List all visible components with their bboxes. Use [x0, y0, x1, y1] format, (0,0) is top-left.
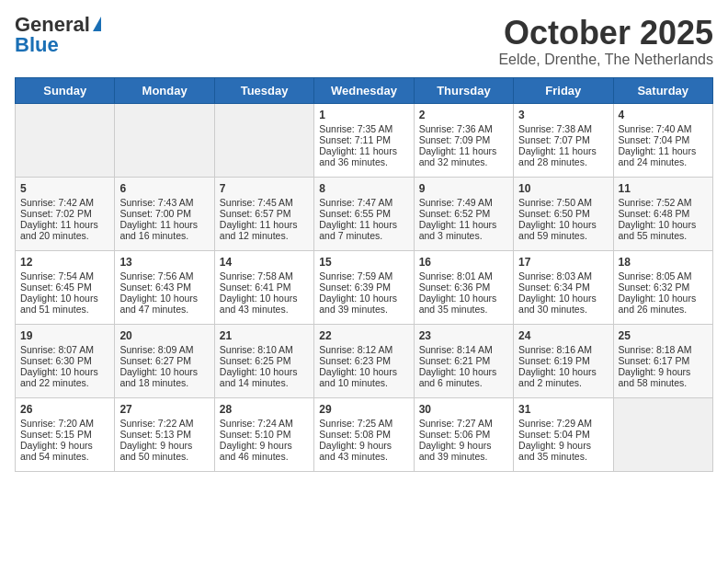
- daylight: Daylight: 11 hours and 7 minutes.: [319, 219, 408, 241]
- sunset: Sunset: 5:08 PM: [319, 429, 408, 440]
- day-number: 25: [619, 329, 708, 342]
- day-number: 15: [319, 256, 408, 269]
- calendar-cell: 8Sunrise: 7:47 AMSunset: 6:55 PMDaylight…: [314, 177, 414, 250]
- sunrise: Sunrise: 8:09 AM: [119, 344, 209, 355]
- daylight: Daylight: 10 hours and 10 minutes.: [319, 366, 408, 388]
- daylight: Daylight: 9 hours and 35 minutes.: [518, 440, 608, 462]
- sunrise: Sunrise: 7:20 AM: [20, 418, 109, 429]
- daylight: Daylight: 10 hours and 43 minutes.: [220, 293, 309, 315]
- day-header: Friday: [514, 77, 613, 103]
- calendar-cell: 6Sunrise: 7:43 AMSunset: 7:00 PMDaylight…: [115, 177, 214, 250]
- day-number: 10: [518, 182, 608, 195]
- sunrise: Sunrise: 8:12 AM: [319, 344, 408, 355]
- sunset: Sunset: 6:50 PM: [518, 208, 608, 219]
- day-header: Sunday: [16, 77, 115, 103]
- daylight: Daylight: 9 hours and 58 minutes.: [619, 366, 708, 388]
- sunset: Sunset: 7:02 PM: [20, 208, 109, 219]
- calendar-cell: 9Sunrise: 7:49 AMSunset: 6:52 PMDaylight…: [414, 177, 513, 250]
- sunset: Sunset: 6:52 PM: [419, 208, 508, 219]
- calendar-cell: 30Sunrise: 7:27 AMSunset: 5:06 PMDayligh…: [414, 397, 513, 471]
- day-number: 23: [419, 329, 508, 342]
- sunset: Sunset: 6:36 PM: [419, 282, 508, 293]
- sunset: Sunset: 5:10 PM: [220, 429, 309, 440]
- sunset: Sunset: 6:39 PM: [319, 282, 408, 293]
- sunrise: Sunrise: 7:49 AM: [419, 197, 508, 208]
- day-number: 6: [119, 182, 209, 195]
- sunset: Sunset: 6:27 PM: [119, 355, 209, 366]
- day-number: 22: [319, 329, 408, 342]
- title-block: October 2025 Eelde, Drenthe, The Netherl…: [498, 15, 713, 68]
- daylight: Daylight: 11 hours and 16 minutes.: [119, 219, 209, 241]
- daylight: Daylight: 11 hours and 28 minutes.: [518, 145, 608, 167]
- calendar-week-row: 1Sunrise: 7:35 AMSunset: 7:11 PMDaylight…: [16, 103, 713, 177]
- calendar-cell: 1Sunrise: 7:35 AMSunset: 7:11 PMDaylight…: [314, 103, 414, 177]
- sunrise: Sunrise: 7:43 AM: [119, 197, 209, 208]
- daylight: Daylight: 11 hours and 36 minutes.: [319, 145, 408, 167]
- calendar-cell: 18Sunrise: 8:05 AMSunset: 6:32 PMDayligh…: [613, 250, 712, 324]
- day-number: 28: [220, 403, 309, 416]
- sunrise: Sunrise: 7:35 AM: [319, 123, 408, 134]
- sunset: Sunset: 6:23 PM: [319, 355, 408, 366]
- daylight: Daylight: 11 hours and 12 minutes.: [220, 219, 309, 241]
- calendar-cell: 22Sunrise: 8:12 AMSunset: 6:23 PMDayligh…: [314, 324, 414, 397]
- sunrise: Sunrise: 8:01 AM: [419, 270, 508, 282]
- day-number: 1: [319, 109, 408, 121]
- day-number: 5: [20, 182, 109, 195]
- calendar-cell: 28Sunrise: 7:24 AMSunset: 5:10 PMDayligh…: [214, 397, 313, 471]
- daylight: Daylight: 10 hours and 14 minutes.: [220, 366, 309, 388]
- calendar-cell: 31Sunrise: 7:29 AMSunset: 5:04 PMDayligh…: [514, 397, 613, 471]
- calendar-cell: 2Sunrise: 7:36 AMSunset: 7:09 PMDaylight…: [414, 103, 513, 177]
- day-header: Monday: [115, 77, 214, 103]
- calendar-cell: 23Sunrise: 8:14 AMSunset: 6:21 PMDayligh…: [414, 324, 513, 397]
- sunset: Sunset: 6:21 PM: [419, 355, 508, 366]
- page-header: General Blue October 2025 Eelde, Drenthe…: [15, 15, 713, 68]
- sunset: Sunset: 6:57 PM: [220, 208, 309, 219]
- day-number: 7: [220, 182, 309, 195]
- sunrise: Sunrise: 8:14 AM: [419, 344, 508, 355]
- calendar-cell: 13Sunrise: 7:56 AMSunset: 6:43 PMDayligh…: [115, 250, 214, 324]
- calendar-cell: 27Sunrise: 7:22 AMSunset: 5:13 PMDayligh…: [115, 397, 214, 471]
- calendar-cell: 26Sunrise: 7:20 AMSunset: 5:15 PMDayligh…: [16, 397, 115, 471]
- day-number: 24: [518, 329, 608, 342]
- daylight: Daylight: 10 hours and 2 minutes.: [518, 366, 608, 388]
- day-number: 26: [20, 403, 109, 416]
- day-number: 29: [319, 403, 408, 416]
- calendar-cell: 4Sunrise: 7:40 AMSunset: 7:04 PMDaylight…: [613, 103, 712, 177]
- day-number: 18: [619, 256, 708, 269]
- day-number: 11: [619, 182, 708, 195]
- sunset: Sunset: 7:04 PM: [619, 134, 708, 145]
- calendar-cell: [115, 103, 214, 177]
- day-number: 31: [518, 403, 608, 416]
- sunset: Sunset: 6:30 PM: [20, 355, 109, 366]
- sunset: Sunset: 6:25 PM: [220, 355, 309, 366]
- calendar-cell: 20Sunrise: 8:09 AMSunset: 6:27 PMDayligh…: [115, 324, 214, 397]
- sunset: Sunset: 7:11 PM: [319, 134, 408, 145]
- daylight: Daylight: 9 hours and 54 minutes.: [20, 440, 109, 462]
- daylight: Daylight: 10 hours and 51 minutes.: [20, 293, 109, 315]
- calendar-cell: 11Sunrise: 7:52 AMSunset: 6:48 PMDayligh…: [613, 177, 712, 250]
- day-number: 3: [518, 109, 608, 121]
- sunrise: Sunrise: 7:47 AM: [319, 197, 408, 208]
- sunrise: Sunrise: 8:18 AM: [619, 344, 708, 355]
- daylight: Daylight: 10 hours and 6 minutes.: [419, 366, 508, 388]
- sunrise: Sunrise: 7:27 AM: [419, 418, 508, 429]
- sunset: Sunset: 6:45 PM: [20, 282, 109, 293]
- sunrise: Sunrise: 7:58 AM: [220, 270, 309, 282]
- month-title: October 2025: [498, 15, 713, 52]
- daylight: Daylight: 10 hours and 26 minutes.: [619, 293, 708, 315]
- calendar-cell: 3Sunrise: 7:38 AMSunset: 7:07 PMDaylight…: [514, 103, 613, 177]
- day-number: 8: [319, 182, 408, 195]
- calendar-week-row: 5Sunrise: 7:42 AMSunset: 7:02 PMDaylight…: [16, 177, 713, 250]
- sunrise: Sunrise: 8:05 AM: [619, 270, 708, 282]
- day-number: 19: [20, 329, 109, 342]
- sunrise: Sunrise: 7:36 AM: [419, 123, 508, 134]
- calendar-week-row: 26Sunrise: 7:20 AMSunset: 5:15 PMDayligh…: [16, 397, 713, 471]
- sunset: Sunset: 5:06 PM: [419, 429, 508, 440]
- day-header: Tuesday: [214, 77, 313, 103]
- daylight: Daylight: 11 hours and 24 minutes.: [619, 145, 708, 167]
- sunrise: Sunrise: 7:42 AM: [20, 197, 109, 208]
- calendar-week-row: 19Sunrise: 8:07 AMSunset: 6:30 PMDayligh…: [16, 324, 713, 397]
- sunrise: Sunrise: 7:40 AM: [619, 123, 708, 134]
- daylight: Daylight: 11 hours and 3 minutes.: [419, 219, 508, 241]
- calendar-cell: 14Sunrise: 7:58 AMSunset: 6:41 PMDayligh…: [214, 250, 313, 324]
